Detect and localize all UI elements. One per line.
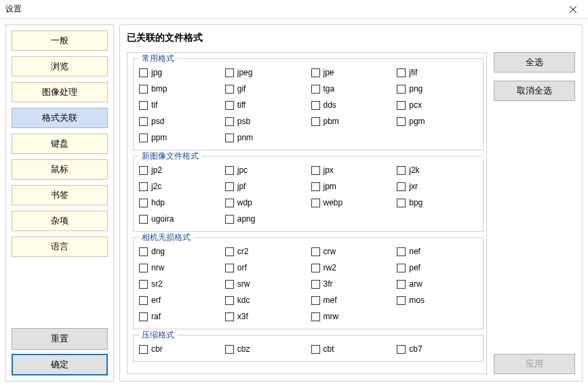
checkbox-box: [225, 345, 234, 354]
checkbox-box: [139, 101, 148, 110]
deselect-all-button[interactable]: 取消全选: [494, 81, 575, 101]
format-checkbox-raf[interactable]: raf: [139, 310, 220, 323]
format-scroll-area[interactable]: 常用格式jpgjpegjpejfifbmpgiftgapngtiftiffdds…: [128, 53, 486, 373]
checkbox-box: [397, 68, 406, 77]
format-checkbox-dds[interactable]: dds: [311, 98, 392, 112]
format-checkbox-bpg[interactable]: bpg: [397, 196, 477, 209]
group-title: 新图像文件格式: [139, 150, 201, 162]
checkbox-box: [225, 117, 234, 126]
format-checkbox-orf[interactable]: orf: [225, 261, 306, 274]
format-checkbox-jpx[interactable]: jpx: [311, 163, 392, 177]
format-checkbox-nrw[interactable]: nrw: [139, 261, 220, 274]
format-checkbox-bmp[interactable]: bmp: [139, 82, 220, 96]
group-title: 常用格式: [139, 53, 177, 64]
format-checkbox-tiff[interactable]: tiff: [225, 98, 306, 112]
checkbox-label: apng: [237, 214, 256, 224]
format-checkbox-cb7[interactable]: cb7: [397, 342, 477, 356]
checkbox-label: jpm: [324, 182, 336, 191]
format-checkbox-j2k[interactable]: j2k: [397, 163, 477, 177]
format-checkbox-mos[interactable]: mos: [397, 293, 477, 307]
format-checkbox-erf[interactable]: erf: [139, 293, 220, 307]
sidebar-item-8[interactable]: 语言: [12, 237, 108, 257]
checkbox-box: [311, 199, 320, 207]
sidebar-item-2[interactable]: 图像处理: [12, 82, 108, 102]
checkbox-label: cbr: [151, 344, 163, 354]
format-checkbox-x3f[interactable]: x3f: [225, 310, 306, 323]
format-checkbox-cbt[interactable]: cbt: [311, 342, 392, 356]
checkbox-label: dng: [151, 247, 165, 256]
checkbox-box: [397, 117, 406, 126]
format-checkbox-3fr[interactable]: 3fr: [311, 277, 392, 291]
format-checkbox-mef[interactable]: mef: [311, 293, 392, 307]
format-checkbox-pcx[interactable]: pcx: [397, 98, 477, 112]
titlebar: 设置: [0, 0, 588, 19]
sidebar-item-0[interactable]: 一般: [12, 30, 108, 51]
sidebar-item-5[interactable]: 鼠标: [12, 159, 108, 180]
format-checkbox-webp[interactable]: webp: [311, 196, 392, 209]
format-checkbox-pef[interactable]: pef: [397, 261, 477, 274]
format-checkbox-pbm[interactable]: pbm: [311, 115, 392, 128]
format-checkbox-jpe[interactable]: jpe: [311, 66, 392, 79]
format-checkbox-jpf[interactable]: jpf: [225, 180, 306, 193]
format-checkbox-srw[interactable]: srw: [225, 277, 306, 291]
apply-button: 应用: [494, 354, 575, 374]
format-checkbox-rw2[interactable]: rw2: [311, 261, 392, 274]
format-checkbox-jpm[interactable]: jpm: [311, 180, 392, 193]
checkbox-box: [139, 312, 148, 321]
checkbox-box: [139, 85, 148, 94]
format-checkbox-mrw[interactable]: mrw: [311, 310, 392, 323]
checkbox-box: [225, 280, 234, 289]
sidebar-item-6[interactable]: 书签: [12, 185, 108, 205]
checkbox-box: [139, 166, 148, 175]
sidebar-item-7[interactable]: 杂项: [12, 211, 108, 231]
format-checkbox-ppm[interactable]: ppm: [139, 131, 220, 144]
checkbox-box: [139, 68, 148, 77]
format-checkbox-jxr[interactable]: jxr: [397, 180, 477, 193]
format-checkbox-nef[interactable]: nef: [397, 245, 477, 258]
format-checkbox-png[interactable]: png: [397, 82, 477, 96]
checkbox-box: [225, 264, 234, 272]
checkbox-label: 3fr: [324, 279, 333, 289]
format-checkbox-jpc[interactable]: jpc: [225, 163, 306, 177]
checkbox-box: [225, 166, 234, 175]
format-checkbox-dng[interactable]: dng: [139, 245, 220, 258]
format-checkbox-pnm[interactable]: pnm: [225, 131, 306, 144]
format-checkbox-arw[interactable]: arw: [397, 277, 477, 291]
format-checkbox-jp2[interactable]: jp2: [139, 163, 220, 177]
sidebar-item-1[interactable]: 浏览: [12, 56, 108, 77]
format-checkbox-gif[interactable]: gif: [225, 82, 306, 96]
checkbox-label: cbt: [324, 344, 334, 354]
format-checkbox-j2c[interactable]: j2c: [139, 180, 220, 193]
format-checkbox-cbz[interactable]: cbz: [225, 342, 306, 356]
checkbox-label: jpf: [237, 182, 246, 191]
format-checkbox-ugoira[interactable]: ugoira: [139, 212, 220, 226]
format-checkbox-kdc[interactable]: kdc: [225, 293, 306, 307]
format-checkbox-cr2[interactable]: cr2: [225, 245, 306, 258]
format-checkbox-sr2[interactable]: sr2: [139, 277, 220, 291]
content: 一般浏览图像处理格式关联键盘鼠标书签杂项语言 重置 确定 已关联的文件格式 常用…: [0, 19, 588, 387]
format-checkbox-psd[interactable]: psd: [139, 115, 220, 128]
format-checkbox-jpg[interactable]: jpg: [139, 66, 220, 79]
format-checkbox-cbr[interactable]: cbr: [139, 342, 220, 356]
format-checkbox-jpeg[interactable]: jpeg: [225, 66, 306, 79]
checkbox-box: [311, 264, 320, 272]
format-checkbox-tif[interactable]: tif: [139, 98, 220, 112]
format-checkbox-jfif[interactable]: jfif: [397, 66, 477, 79]
sidebar-item-3[interactable]: 格式关联: [12, 108, 108, 128]
format-checkbox-wdp[interactable]: wdp: [225, 196, 306, 209]
format-checkbox-crw[interactable]: crw: [311, 245, 392, 258]
close-button[interactable]: [557, 0, 588, 19]
ok-button[interactable]: 确定: [12, 354, 108, 375]
format-checkbox-hdp[interactable]: hdp: [139, 196, 220, 209]
checkbox-box: [225, 296, 234, 305]
format-checkbox-psb[interactable]: psb: [225, 115, 306, 128]
format-checkbox-apng[interactable]: apng: [225, 212, 306, 226]
window-title: 设置: [5, 3, 22, 15]
select-all-button[interactable]: 全选: [494, 52, 575, 73]
format-checkbox-pgm[interactable]: pgm: [397, 115, 477, 128]
reset-button[interactable]: 重置: [12, 328, 108, 350]
sidebar-item-4[interactable]: 键盘: [12, 134, 108, 154]
checkbox-box: [397, 296, 406, 305]
format-checkbox-tga[interactable]: tga: [311, 82, 392, 96]
checkbox-label: bmp: [151, 84, 167, 94]
